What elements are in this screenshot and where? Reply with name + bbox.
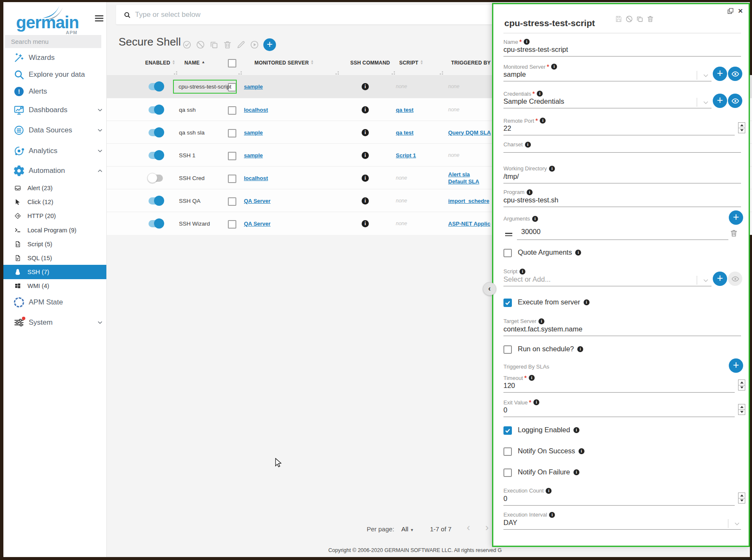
view-monitored-server-button[interactable] [728, 67, 742, 81]
ssh-command-info-icon[interactable]: i [362, 83, 369, 90]
select-all-checkbox[interactable] [228, 59, 236, 67]
sidebar-item-explore-your-data[interactable]: Explore your data [3, 67, 106, 82]
chevron-down-icon[interactable] [734, 521, 740, 527]
chevron-down-icon[interactable] [703, 100, 709, 106]
column-resize-grip[interactable] [238, 73, 240, 75]
column-header-enabled[interactable]: ENABLED▲▼ [145, 60, 176, 66]
ssh-command-info-icon[interactable]: i [362, 129, 369, 136]
enabled-toggle[interactable] [149, 83, 163, 90]
sort-asc-icon[interactable]: ▲ [201, 60, 205, 64]
per-page-select[interactable]: All ▼ [401, 525, 414, 533]
sort-icon[interactable]: ▲▼ [420, 60, 423, 65]
triggered-sla-link[interactable]: Query DQM SLA [448, 129, 491, 136]
number-spinner[interactable] [738, 380, 745, 390]
panel-copy-button[interactable] [636, 15, 644, 23]
monitored-server-input[interactable]: sample [503, 70, 526, 78]
delete-argument-button[interactable] [730, 229, 738, 237]
row-checkbox[interactable] [228, 197, 236, 206]
target-server-input[interactable]: context.fact.system.name [503, 325, 582, 333]
drag-handle-icon[interactable] [505, 233, 512, 236]
timeout-input[interactable]: 120 [503, 382, 515, 390]
prev-page-button[interactable]: ‹ [467, 523, 470, 532]
execution-count-input[interactable]: 0 [503, 495, 507, 503]
hamburger-menu-icon[interactable] [95, 15, 103, 22]
sidebar-item-dashboards[interactable]: Dashboards [3, 102, 106, 118]
add-button[interactable]: + [263, 38, 276, 51]
row-checkbox[interactable] [228, 106, 236, 115]
add-credentials-button[interactable]: + [713, 94, 727, 108]
column-header-monitored-server[interactable]: MONITORED SERVER▲▼ [254, 60, 314, 66]
row-checkbox[interactable] [228, 220, 236, 229]
exit-value-input[interactable]: 0 [503, 406, 507, 414]
close-icon[interactable]: × [738, 8, 743, 14]
notify-on-success-checkbox[interactable] [503, 447, 512, 456]
sidebar-item-alert[interactable]: Alert (23) [3, 181, 106, 195]
disable-button[interactable] [196, 40, 205, 49]
enabled-toggle[interactable] [149, 106, 163, 113]
script-link[interactable]: qa test [396, 129, 414, 136]
delete-button[interactable] [223, 40, 232, 49]
column-resize-grip[interactable] [335, 73, 337, 75]
enabled-toggle[interactable] [149, 152, 163, 159]
enabled-toggle[interactable] [149, 129, 163, 136]
sidebar-item-system[interactable]: System [3, 315, 106, 330]
ssh-command-info-icon[interactable]: i [362, 152, 369, 159]
number-spinner[interactable] [738, 122, 745, 133]
sidebar-item-local-program[interactable]: Local Program (9) [3, 223, 106, 237]
ssh-command-info-icon[interactable]: i [362, 175, 369, 182]
monitored-server-link[interactable]: sample [244, 152, 263, 159]
panel-collapse-button[interactable]: ‹ [483, 282, 496, 296]
script-input[interactable]: Select or Add... [503, 275, 551, 283]
logging-enabled-checkbox[interactable] [503, 426, 512, 435]
copy-button[interactable] [209, 40, 219, 49]
chevron-down-icon[interactable] [703, 73, 709, 79]
column-header-ssh-command[interactable]: SSH COMMAND [350, 60, 390, 66]
column-header-script[interactable]: SCRIPT▲▼ [399, 60, 423, 66]
enabled-toggle[interactable] [149, 220, 163, 227]
monitored-server-link[interactable]: localhost [244, 107, 268, 113]
panel-disable-button[interactable] [625, 15, 633, 23]
column-header-name[interactable]: NAME▲ [184, 60, 205, 66]
ssh-command-info-icon[interactable]: i [362, 106, 369, 113]
script-link[interactable]: Script 1 [396, 152, 416, 159]
add-arguments-button[interactable]: + [729, 210, 743, 225]
sort-icon[interactable]: ▲▼ [172, 60, 175, 65]
quote-arguments-checkbox[interactable] [503, 249, 512, 257]
credentials-input[interactable]: Sample Credentials [503, 97, 564, 105]
monitored-server-link[interactable]: sample [244, 83, 263, 90]
sidebar-item-analytics[interactable]: Analytics [3, 143, 106, 159]
enabled-toggle[interactable] [149, 197, 163, 205]
execution-interval-input[interactable]: DAY [503, 519, 517, 527]
sidebar-item-wmi[interactable]: WMI (4) [3, 279, 106, 293]
edit-button[interactable] [236, 40, 246, 49]
panel-delete-button[interactable] [647, 15, 654, 23]
panel-save-button[interactable] [615, 15, 622, 23]
monitored-server-link[interactable]: QA Server [244, 221, 271, 227]
run-button[interactable] [250, 40, 259, 49]
name-input[interactable]: cpu-stress-test-script [503, 46, 568, 54]
working-directory-input[interactable]: /tmp/ [503, 172, 519, 180]
number-spinner[interactable] [738, 404, 745, 415]
row-checkbox[interactable] [228, 152, 236, 160]
sidebar-search-input[interactable] [5, 35, 101, 48]
add-script-button[interactable]: + [713, 272, 727, 286]
chevron-down-icon[interactable] [703, 277, 709, 284]
sidebar-item-automation[interactable]: Automation [3, 163, 106, 178]
sidebar-item-http[interactable]: HTTP (20) [3, 209, 106, 223]
ssh-command-info-icon[interactable]: i [362, 197, 369, 205]
ssh-command-info-icon[interactable]: i [362, 220, 369, 227]
row-checkbox[interactable] [228, 175, 236, 183]
column-resize-grip[interactable] [174, 73, 175, 75]
sidebar-item-data-sources[interactable]: Data Sources [3, 123, 106, 138]
view-script-button[interactable] [728, 272, 742, 286]
row-checkbox[interactable] [228, 129, 236, 137]
sidebar-item-sql[interactable]: SQL (15) [3, 251, 106, 265]
execute-from-server-checkbox[interactable] [503, 299, 512, 307]
next-page-button[interactable]: › [485, 523, 489, 532]
enable-button[interactable] [182, 40, 192, 49]
program-input[interactable]: cpu-stress-test.sh [503, 196, 558, 204]
argument-value-input[interactable]: 30000 [521, 228, 541, 236]
column-resize-grip[interactable] [392, 73, 393, 75]
sidebar-item-ssh[interactable]: SSH (7) [3, 265, 106, 279]
sidebar-item-apm-state[interactable]: APM State [3, 295, 106, 310]
